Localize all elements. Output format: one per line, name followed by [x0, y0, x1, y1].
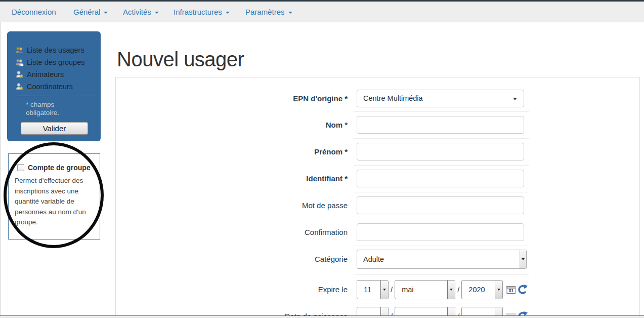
row-separator	[354, 246, 529, 246]
required-note-line1: * champs	[26, 101, 94, 109]
app-window: Déconnexion Général Activités Infrastruc…	[0, 0, 644, 318]
row-separator	[354, 274, 529, 275]
confirmation-input[interactable]	[357, 223, 524, 241]
window-bottom-edge	[0, 315, 644, 318]
sidebar-item-label: Coordinateurs	[27, 83, 73, 91]
row-separator	[354, 192, 529, 192]
sidebar-item-liste-groupes[interactable]: Liste des groupes	[15, 56, 94, 68]
date-separator: /	[391, 280, 393, 299]
row-separator	[354, 111, 529, 112]
select-arrow-strip	[380, 281, 388, 299]
epn-origine-value: Centre Multimédia	[363, 94, 423, 102]
form-row-identifiant: Identifiant *	[116, 170, 639, 187]
sidebar-item-coordinateurs[interactable]: Coordinateurs	[15, 81, 94, 93]
nav-infrastructures-label: Infrastructures	[174, 8, 222, 16]
group-account-description: Permet d'effectuer des inscriptions avec…	[15, 176, 98, 228]
group-account-checkbox[interactable]	[17, 164, 24, 171]
select-arrow-strip	[495, 281, 502, 299]
calendar-icon[interactable]: 31	[506, 286, 516, 294]
form-row-epn: EPN d'origine * Centre Multimédia	[116, 90, 639, 107]
group-account-box: Compte de groupe Permet d'effectuer des …	[8, 153, 100, 240]
nom-input[interactable]	[357, 116, 524, 134]
nav-general[interactable]: Général	[73, 2, 108, 22]
valider-button[interactable]: Valider	[21, 122, 88, 135]
sidebar-item-liste-usagers[interactable]: Liste des usagers	[15, 44, 94, 56]
nav-activites[interactable]: Activités	[123, 2, 159, 22]
sidebar-item-label: Liste des usagers	[27, 46, 84, 54]
window-left-edge	[0, 22, 1, 315]
expire-le-label: Expire le	[116, 280, 357, 299]
row-separator	[354, 303, 529, 303]
chevron-down-icon	[522, 258, 525, 260]
expire-month-value: mai	[402, 286, 413, 294]
coordinator-icon	[15, 83, 24, 91]
sidebar-item-label: Animateurs	[27, 70, 64, 78]
row-separator	[354, 165, 529, 166]
nav-infrastructures[interactable]: Infrastructures	[174, 2, 230, 22]
sidebar-item-label: Liste des groupes	[27, 58, 84, 66]
expire-day-value: 11	[364, 286, 371, 294]
epn-origine-label: EPN d'origine *	[116, 90, 357, 107]
expire-month-select[interactable]: mai	[395, 280, 455, 299]
sidebar-divider	[17, 96, 94, 96]
categorie-value: Adulte	[363, 255, 384, 263]
identifiant-input[interactable]	[357, 170, 524, 187]
nav-activites-label: Activités	[123, 8, 151, 16]
page-title: Nouvel usager	[117, 48, 244, 71]
select-arrow-strip	[520, 250, 526, 268]
expire-year-value: 2020	[468, 286, 485, 294]
form-row-expire: Expire le 11 / mai / 2020 31	[116, 280, 639, 299]
chevron-down-icon	[513, 98, 517, 100]
animator-icon	[15, 70, 24, 78]
nav-general-label: Général	[73, 8, 100, 16]
epn-origine-dropdown[interactable]: Centre Multimédia	[357, 90, 524, 107]
users-icon	[15, 46, 24, 54]
expire-day-select[interactable]: 11	[357, 280, 389, 299]
group-account-label: Compte de groupe	[28, 164, 91, 172]
identifiant-label: Identifiant *	[116, 170, 357, 187]
chevron-down-icon	[155, 12, 159, 14]
form-row-password: Mot de passe	[116, 196, 639, 214]
required-note-line2: obligatoire.	[26, 109, 94, 117]
form-row-categorie: Catégorie Adulte	[116, 250, 639, 269]
mot-de-passe-label: Mot de passe	[116, 196, 357, 214]
categorie-label: Catégorie	[116, 250, 357, 269]
nav-deconnexion-label: Déconnexion	[12, 8, 56, 16]
chevron-down-icon	[226, 12, 230, 14]
chevron-down-icon	[288, 12, 292, 14]
nom-label: Nom *	[116, 116, 357, 134]
nav-deconnexion[interactable]: Déconnexion	[12, 2, 56, 22]
categorie-select[interactable]: Adulte	[357, 250, 527, 269]
expire-year-select[interactable]: 2020	[461, 280, 503, 299]
prenom-input[interactable]	[357, 143, 524, 161]
sidebar-panel: Liste des usagers Liste des groupes	[7, 31, 101, 141]
form-row-prenom: Prénom *	[116, 143, 639, 161]
required-fields-note: * champs obligatoire.	[15, 101, 94, 117]
groups-icon	[15, 58, 24, 66]
svg-text:31: 31	[509, 288, 514, 293]
chevron-down-icon	[497, 289, 500, 291]
top-navbar: Déconnexion Général Activités Infrastruc…	[0, 2, 644, 22]
row-separator	[354, 138, 529, 139]
sidebar-item-animateurs[interactable]: Animateurs	[15, 68, 94, 81]
chevron-down-icon	[383, 289, 386, 291]
row-separator	[354, 219, 529, 219]
confirmation-label: Confirmation	[116, 223, 357, 241]
mot-de-passe-input[interactable]	[357, 196, 524, 214]
form-row-nom: Nom *	[116, 116, 639, 134]
refresh-icon[interactable]	[517, 284, 528, 295]
chevron-down-icon	[104, 12, 108, 14]
select-arrow-strip	[447, 281, 455, 299]
nav-parametres-label: Paramètres	[245, 8, 285, 16]
form-row-confirmation: Confirmation	[116, 223, 639, 241]
prenom-label: Prénom *	[116, 143, 357, 161]
nav-parametres[interactable]: Paramètres	[245, 2, 292, 22]
chevron-down-icon	[450, 289, 453, 291]
date-separator: /	[457, 280, 459, 299]
new-user-form-panel: EPN d'origine * Centre Multimédia Nom * …	[115, 77, 640, 318]
